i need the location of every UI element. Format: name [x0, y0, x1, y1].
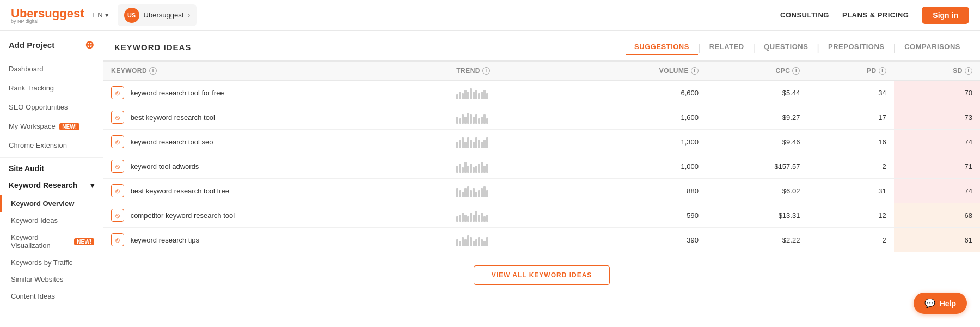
- sd-cell: 71: [894, 154, 980, 179]
- sidebar-section-keyword-research[interactable]: Keyword Research ▾: [0, 175, 103, 195]
- volume-info-icon[interactable]: i: [691, 67, 699, 75]
- trend-bar: [456, 142, 458, 148]
- trend-bar: [467, 166, 469, 173]
- trend-bar: [478, 215, 480, 222]
- sidebar-item-my-workspace[interactable]: My Workspace NEW!: [0, 117, 103, 136]
- link-icon-btn[interactable]: ⎋: [111, 135, 124, 148]
- trend-bar: [464, 142, 467, 148]
- view-all-keyword-ideas-button[interactable]: VIEW ALL KEYWORD IDEAS: [474, 265, 610, 285]
- trend-bar: [456, 94, 458, 99]
- trend-bar: [481, 188, 483, 197]
- trend-bar: [459, 164, 461, 173]
- sign-in-button[interactable]: Sign in: [922, 7, 969, 24]
- cpc-cell: $2.22: [706, 228, 807, 252]
- trend-chart: [456, 209, 562, 222]
- trend-cell: [449, 81, 570, 105]
- pd-info-icon[interactable]: i: [879, 67, 886, 75]
- link-icon-btn[interactable]: ⎋: [111, 209, 124, 222]
- table-row: ⎋ keyword tool adwords 1,000 $157.57 2 7…: [103, 154, 980, 179]
- tabs-container: SUGGESTIONS | RELATED | QUESTIONS | PREP…: [626, 39, 969, 55]
- sidebar-item-seo-opportunities[interactable]: SEO Opportunities: [0, 98, 103, 117]
- trend-cell: [449, 154, 570, 179]
- link-icon-btn[interactable]: ⎋: [111, 233, 124, 246]
- sd-cell: 61: [894, 228, 980, 252]
- sidebar-item-dashboard[interactable]: Dashboard: [0, 59, 103, 78]
- th-sd: SD i: [894, 62, 980, 81]
- trend-bar: [483, 241, 486, 246]
- trend-bar: [473, 241, 475, 246]
- tab-related[interactable]: RELATED: [701, 39, 753, 55]
- cpc-info-icon[interactable]: i: [792, 67, 800, 75]
- volume-cell: 390: [571, 228, 706, 252]
- th-pd: PD i: [807, 62, 893, 81]
- sidebar-sub-keywords-by-traffic[interactable]: Keywords by Traffic: [0, 254, 103, 271]
- sidebar-section-site-audit[interactable]: Site Audit: [0, 157, 103, 175]
- keyword-table: KEYWORD i TREND i VOLUME i: [103, 61, 980, 252]
- trend-bar: [478, 164, 480, 173]
- sidebar-sub-content-ideas[interactable]: Content Ideas: [0, 288, 103, 305]
- keyword-cell: ⎋ competitor keyword research tool: [103, 203, 449, 228]
- table-row: ⎋ keyword research tool seo 1,300 $9.46 …: [103, 130, 980, 154]
- pd-cell: 16: [807, 130, 893, 154]
- table-row: ⎋ competitor keyword research tool 590 $…: [103, 203, 980, 228]
- site-selector[interactable]: US Ubersuggest ›: [118, 4, 197, 26]
- keyword-info-icon[interactable]: i: [149, 67, 157, 75]
- trend-bar: [456, 239, 458, 246]
- help-button[interactable]: 💬 Help: [914, 293, 967, 314]
- sd-cell: 70: [894, 81, 980, 105]
- trend-bar: [478, 118, 480, 124]
- top-nav: Ubersuggest by NP digital EN ▾ US Ubersu…: [0, 0, 980, 31]
- th-volume: VOLUME i: [571, 62, 706, 81]
- trend-bar: [470, 213, 472, 222]
- add-project[interactable]: Add Project ⊕: [0, 31, 103, 59]
- trend-bar: [462, 167, 464, 173]
- sidebar-sub-keyword-ideas[interactable]: Keyword Ideas: [0, 212, 103, 229]
- trend-bar: [459, 241, 461, 246]
- sidebar-sub-similar-websites[interactable]: Similar Websites: [0, 271, 103, 288]
- trend-bar: [462, 137, 464, 148]
- trend-bar: [464, 90, 467, 99]
- trend-bar: [459, 215, 461, 222]
- table-header-row: KEYWORD i TREND i VOLUME i: [103, 62, 980, 81]
- link-icon-btn[interactable]: ⎋: [111, 160, 124, 173]
- th-keyword: KEYWORD i: [103, 62, 449, 81]
- sidebar: Add Project ⊕ Dashboard Rank Tracking SE…: [0, 31, 103, 327]
- view-all-btn-row: VIEW ALL KEYWORD IDEAS: [103, 252, 980, 298]
- tab-suggestions[interactable]: SUGGESTIONS: [626, 39, 698, 55]
- chevron-down-icon: ▾: [105, 11, 109, 19]
- pd-cell: 31: [807, 179, 893, 203]
- lang-selector[interactable]: EN ▾: [93, 11, 108, 19]
- top-nav-right: CONSULTING PLANS & PRICING Sign in: [780, 7, 969, 24]
- volume-cell: 590: [571, 203, 706, 228]
- trend-bar: [473, 142, 475, 148]
- sd-cell: 73: [894, 105, 980, 130]
- trend-bar: [475, 211, 477, 222]
- link-icon-btn[interactable]: ⎋: [111, 184, 124, 197]
- sidebar-item-rank-tracking[interactable]: Rank Tracking: [0, 78, 103, 98]
- trend-bar: [481, 117, 483, 124]
- trend-bar: [486, 164, 488, 173]
- trend-cell: [449, 130, 570, 154]
- trend-info-icon[interactable]: i: [482, 67, 490, 75]
- consulting-link[interactable]: CONSULTING: [780, 11, 829, 19]
- sd-info-icon[interactable]: i: [965, 67, 972, 75]
- trend-bar: [464, 239, 467, 246]
- trend-bar: [486, 237, 488, 246]
- sidebar-item-chrome-extension[interactable]: Chrome Extension: [0, 136, 103, 155]
- link-icon-btn[interactable]: ⎋: [111, 86, 124, 99]
- trend-bar: [456, 166, 458, 173]
- tab-comparisons[interactable]: COMPARISONS: [896, 39, 969, 55]
- pd-cell: 2: [807, 154, 893, 179]
- pd-cell: 2: [807, 228, 893, 252]
- sidebar-sub-keyword-overview[interactable]: Keyword Overview: [0, 195, 103, 212]
- tab-questions[interactable]: QUESTIONS: [755, 39, 817, 55]
- trend-bar: [473, 215, 475, 222]
- sidebar-sub-keyword-visualization[interactable]: Keyword Visualization NEW!: [0, 229, 103, 254]
- trend-bar: [483, 114, 486, 124]
- tab-prepositions[interactable]: PREPOSITIONS: [819, 39, 893, 55]
- trend-bar: [481, 142, 483, 148]
- link-icon-btn[interactable]: ⎋: [111, 111, 124, 124]
- cpc-cell: $6.02: [706, 179, 807, 203]
- plans-pricing-link[interactable]: PLANS & PRICING: [842, 11, 909, 19]
- trend-bar: [470, 237, 472, 246]
